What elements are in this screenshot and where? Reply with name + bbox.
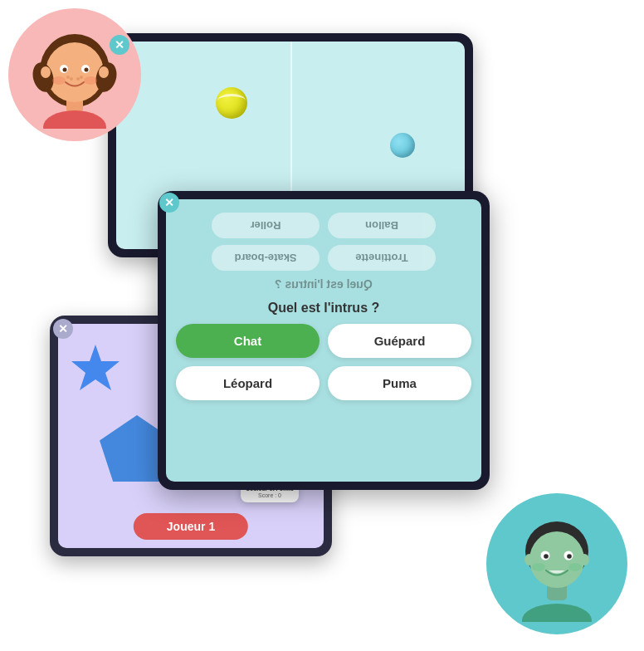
reversed-row-2: Trottinette Skate-board	[212, 245, 436, 271]
joueur-button[interactable]: Joueur 1	[134, 513, 248, 540]
svg-marker-18	[71, 345, 120, 390]
svg-point-3	[46, 42, 104, 102]
svg-point-9	[70, 77, 73, 81]
reversed-question: Quel est l'intrus ?	[275, 277, 373, 291]
svg-point-10	[76, 77, 80, 81]
svg-point-26	[544, 554, 549, 559]
reversed-btn-ballon: Ballon	[328, 213, 436, 238]
reversed-row-1: Ballon Roller	[212, 213, 436, 238]
svg-point-30	[532, 563, 545, 571]
boy-face-svg	[499, 506, 615, 622]
close-quiz-button[interactable]: ✕	[159, 193, 179, 213]
reversed-btn-trottinette: Trottinette	[328, 245, 436, 271]
svg-point-8	[66, 76, 70, 79]
svg-point-7	[85, 68, 89, 72]
reversed-btn-skate: Skate-board	[212, 245, 320, 271]
answer-puma-button[interactable]: Puma	[328, 366, 471, 400]
quiz-answers-grid: Chat Guépard Léopard Puma	[176, 324, 471, 400]
svg-point-14	[41, 66, 51, 78]
svg-point-17	[84, 76, 97, 85]
card-score: Score : 0	[245, 492, 295, 498]
svg-point-23	[529, 531, 584, 588]
svg-point-22	[522, 604, 592, 622]
svg-point-28	[524, 554, 534, 565]
svg-point-16	[52, 76, 66, 85]
avatar-girl	[8, 8, 141, 141]
close-tennis-button[interactable]: ✕	[110, 35, 129, 55]
svg-point-31	[568, 563, 582, 571]
reversed-btn-roller: Roller	[212, 213, 320, 238]
svg-point-6	[63, 68, 67, 72]
svg-point-15	[99, 66, 109, 78]
quiz-tablet: ✕ Ballon Roller Trottinette Skate-board …	[158, 191, 490, 490]
answer-chat-button[interactable]: Chat	[176, 324, 320, 358]
tennis-ball-blue	[390, 133, 415, 158]
tennis-ball-yellow	[216, 87, 247, 119]
svg-point-2	[43, 110, 106, 129]
quiz-question-label: Quel est l'intrus ?	[268, 301, 380, 316]
avatar-boy	[486, 493, 627, 634]
close-shapes-button[interactable]: ✕	[53, 319, 73, 339]
star-shape	[66, 340, 124, 399]
answer-leopard-button[interactable]: Léopard	[176, 366, 320, 400]
svg-point-27	[567, 554, 572, 559]
svg-point-29	[579, 554, 589, 565]
svg-point-11	[80, 76, 83, 79]
quiz-screen: Ballon Roller Trottinette Skate-board Qu…	[166, 199, 481, 482]
answer-guepard-button[interactable]: Guépard	[328, 324, 471, 358]
